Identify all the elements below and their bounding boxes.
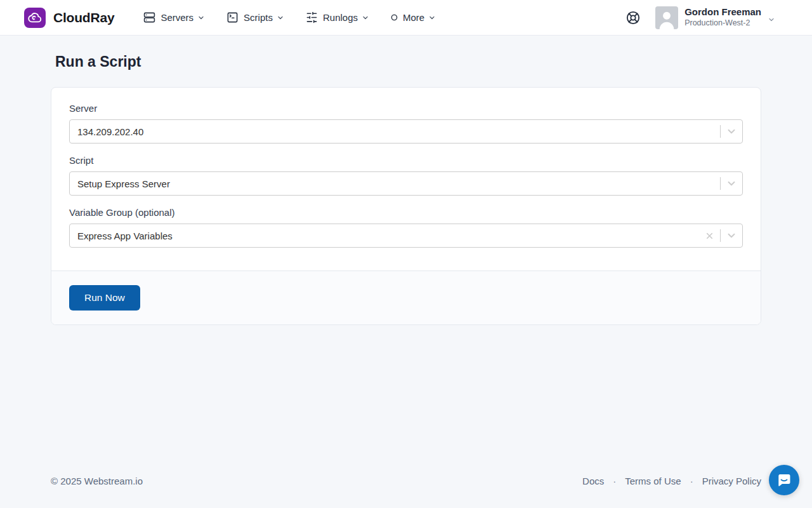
scripts-icon	[226, 11, 239, 23]
footer-link-privacy[interactable]: Privacy Policy	[702, 476, 761, 486]
top-navbar: CloudRay Servers Scripts	[0, 0, 812, 36]
server-select[interactable]: 134.209.202.40	[69, 119, 743, 144]
footer-separator: ·	[690, 476, 693, 486]
nav-label: Scripts	[244, 12, 273, 23]
footer-link-terms[interactable]: Terms of Use	[625, 476, 681, 486]
main-nav: Servers Scripts	[143, 11, 436, 23]
nav-item-servers[interactable]: Servers	[143, 11, 205, 23]
script-select-value: Setup Express Server	[70, 178, 720, 189]
nav-label: Runlogs	[323, 12, 358, 23]
runlogs-icon	[306, 11, 318, 23]
chat-widget-button[interactable]	[769, 465, 799, 495]
footer-link-docs[interactable]: Docs	[582, 476, 604, 486]
card-footer: Run Now	[51, 271, 761, 324]
variable-group-field: Variable Group (optional) Express App Va…	[69, 207, 743, 248]
brand-name: CloudRay	[53, 10, 114, 25]
life-buoy-icon	[626, 11, 640, 25]
server-field: Server 134.209.202.40	[69, 103, 743, 144]
cloudray-logo-icon	[24, 8, 46, 28]
chat-bubble-icon	[776, 472, 792, 488]
chevron-down-icon[interactable]	[721, 120, 742, 143]
script-select[interactable]: Setup Express Server	[69, 171, 743, 196]
servers-icon	[143, 11, 155, 23]
clear-x-icon[interactable]	[698, 224, 720, 247]
chevron-down-icon	[768, 16, 775, 23]
variable-group-select[interactable]: Express App Variables	[69, 224, 743, 248]
more-icon	[391, 14, 398, 21]
variable-group-select-value: Express App Variables	[70, 231, 698, 241]
user-name: Gordon Freeman	[684, 6, 761, 18]
nav-label: Servers	[160, 12, 193, 23]
main-content: Run a Script Server 134.209.202.40 Scrip…	[51, 36, 761, 476]
copyright-text: © 2025 Webstream.io	[51, 476, 143, 486]
run-now-button[interactable]: Run Now	[69, 285, 140, 311]
nav-item-runlogs[interactable]: Runlogs	[306, 11, 369, 23]
brand-logo-link[interactable]: CloudRay	[24, 8, 114, 28]
chevron-down-icon[interactable]	[721, 172, 742, 195]
server-select-value: 134.209.202.40	[70, 126, 720, 137]
chevron-down-icon[interactable]	[721, 224, 742, 247]
run-script-card: Server 134.209.202.40 Script Setup Expre…	[51, 87, 761, 325]
site-footer: © 2025 Webstream.io Docs · Terms of Use …	[51, 476, 761, 508]
page-title: Run a Script	[51, 53, 761, 70]
nav-item-scripts[interactable]: Scripts	[226, 11, 284, 23]
footer-separator: ·	[613, 476, 616, 486]
user-workspace: Production-West-2	[684, 18, 761, 29]
chevron-down-icon	[277, 14, 284, 22]
server-label: Server	[69, 103, 743, 114]
user-menu[interactable]: Gordon Freeman Production-West-2	[655, 6, 775, 29]
chevron-down-icon	[362, 14, 369, 22]
script-label: Script	[69, 155, 743, 166]
nav-label: More	[403, 12, 424, 23]
chevron-down-icon	[428, 14, 436, 22]
avatar	[655, 6, 678, 29]
footer-links: Docs · Terms of Use · Privacy Policy	[582, 476, 761, 486]
nav-item-more[interactable]: More	[391, 12, 436, 23]
variable-group-label: Variable Group (optional)	[69, 207, 743, 218]
chevron-down-icon	[197, 14, 205, 22]
script-field: Script Setup Express Server	[69, 155, 743, 196]
help-button[interactable]	[626, 11, 640, 25]
